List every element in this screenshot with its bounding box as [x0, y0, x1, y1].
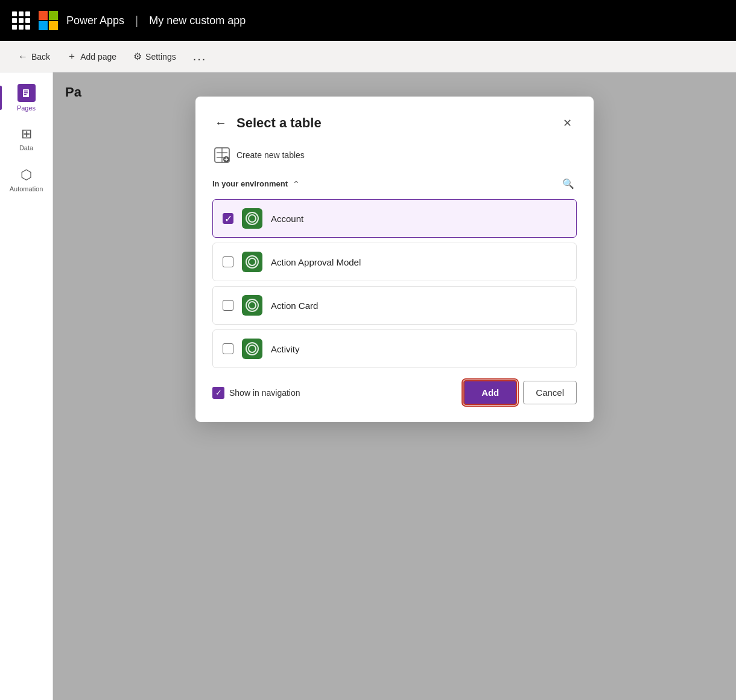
select-table-dialog: ← Select a table ✕: [195, 97, 594, 422]
add-icon: ＋: [67, 50, 77, 63]
environment-row: In your environment ⌃ 🔍: [212, 176, 577, 192]
dialog-close-button[interactable]: ✕: [558, 114, 577, 132]
pages-icon: [17, 84, 36, 102]
dialog-title-row: ← Select a table: [212, 113, 322, 132]
table-item-action-card[interactable]: Action Card: [212, 286, 577, 325]
account-name: Account: [271, 214, 303, 224]
sidebar-automation-label: Automation: [10, 185, 43, 192]
dialog-header: ← Select a table ✕: [212, 113, 577, 132]
sidebar: Pages ⊞ Data ⬡ Automation: [0, 72, 53, 700]
account-icon-wrap: [242, 208, 262, 229]
add-page-button[interactable]: ＋ Add page: [61, 46, 122, 66]
more-icon: ...: [193, 49, 207, 63]
main-area: Pages ⊞ Data ⬡ Automation Pa ← Select a …: [0, 72, 736, 700]
cancel-button[interactable]: Cancel: [523, 381, 577, 404]
create-tables-label: Create new tables: [236, 150, 305, 160]
show-nav-checkbox[interactable]: ✓: [212, 387, 224, 399]
activity-checkbox[interactable]: [223, 343, 233, 354]
action-approval-icon-wrap: [242, 252, 262, 272]
settings-icon: ⚙: [133, 51, 142, 62]
env-search-button[interactable]: 🔍: [560, 176, 577, 192]
action-card-checkbox[interactable]: [223, 300, 233, 311]
action-approval-checkbox[interactable]: [223, 256, 233, 267]
env-chevron-icon[interactable]: ⌃: [293, 179, 300, 189]
app-name-label: My new custom app: [149, 14, 246, 27]
table-list: ✓ Account Action Approval Model: [212, 199, 577, 368]
env-left: In your environment ⌃: [212, 179, 300, 189]
back-icon: ←: [18, 51, 28, 62]
more-button[interactable]: ...: [187, 46, 213, 67]
svg-rect-1: [24, 91, 28, 92]
automation-icon: ⬡: [21, 167, 32, 183]
env-label: In your environment: [212, 179, 288, 188]
dialog-back-button[interactable]: ←: [212, 113, 229, 132]
action-approval-name: Action Approval Model: [271, 257, 361, 267]
create-tables-icon: [214, 147, 230, 164]
table-item-activity[interactable]: Activity: [212, 329, 577, 368]
back-label: Back: [31, 52, 50, 62]
sidebar-pages-label: Pages: [17, 104, 36, 112]
add-page-label: Add page: [80, 52, 116, 62]
data-icon: ⊞: [21, 126, 32, 142]
brand-separator: |: [135, 14, 138, 28]
brand-label: Power Apps: [66, 14, 124, 27]
activity-icon: [246, 342, 259, 355]
account-icon: [246, 212, 259, 225]
dialog-footer: ✓ Show in navigation Add Cancel: [212, 380, 577, 405]
svg-rect-2: [24, 92, 28, 94]
action-card-icon-wrap: [242, 295, 262, 316]
back-button[interactable]: ← Back: [12, 48, 56, 66]
create-new-tables-row[interactable]: Create new tables: [212, 144, 577, 166]
grid-icon[interactable]: [12, 11, 30, 30]
account-checkbox[interactable]: ✓: [223, 213, 233, 224]
sidebar-item-pages[interactable]: Pages: [5, 78, 48, 117]
sidebar-item-data[interactable]: ⊞ Data: [5, 119, 48, 158]
dialog-title: Select a table: [236, 115, 322, 131]
action-card-icon: [246, 299, 259, 312]
show-in-navigation-row[interactable]: ✓ Show in navigation: [212, 387, 300, 399]
show-nav-label: Show in navigation: [229, 388, 300, 398]
action-card-name: Action Card: [271, 301, 318, 311]
svg-rect-3: [24, 94, 27, 95]
settings-button[interactable]: ⚙ Settings: [127, 47, 182, 66]
table-item-action-approval-model[interactable]: Action Approval Model: [212, 243, 577, 281]
content-area: Pa ← Select a table ✕: [53, 72, 736, 700]
activity-name: Activity: [271, 344, 300, 354]
settings-label: Settings: [145, 52, 176, 62]
sidebar-item-automation[interactable]: ⬡ Automation: [5, 161, 48, 199]
activity-icon-wrap: [242, 339, 262, 359]
microsoft-logo: [39, 11, 58, 30]
sidebar-data-label: Data: [19, 144, 33, 151]
action-approval-icon: [246, 255, 259, 269]
toolbar: ← Back ＋ Add page ⚙ Settings ...: [0, 41, 736, 72]
top-bar: Power Apps | My new custom app: [0, 0, 736, 41]
add-button[interactable]: Add: [463, 380, 517, 405]
table-item-account[interactable]: ✓ Account: [212, 199, 577, 238]
